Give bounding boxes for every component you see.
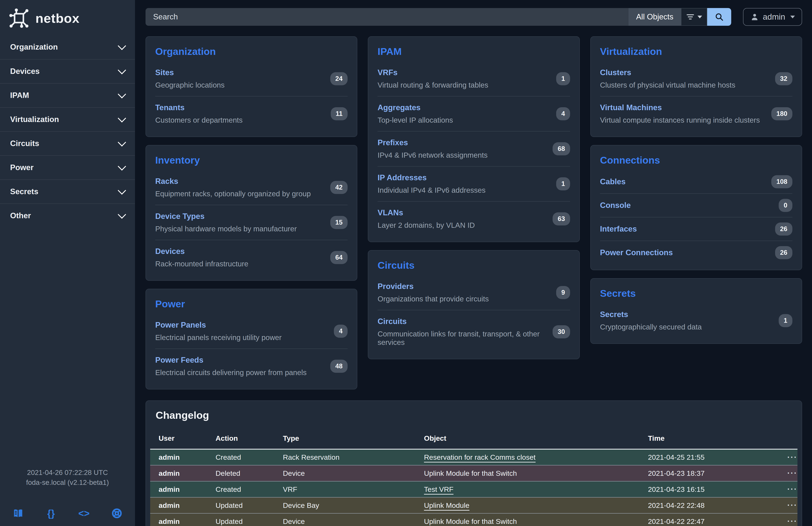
help-lifebuoy-icon[interactable] — [111, 507, 123, 520]
sidebar-footer: 2021-04-26 07:22:28 UTC foda-se.local (v… — [0, 468, 135, 526]
card-item-power-connections: Power Connections26 — [600, 241, 793, 264]
object-type-link[interactable]: Racks — [155, 177, 178, 186]
row-context-menu-button[interactable]: ··· — [787, 469, 797, 478]
sidebar-item-devices[interactable]: Devices — [0, 59, 135, 83]
object-type-link[interactable]: Power Panels — [155, 321, 206, 329]
count-badge: 63 — [553, 212, 570, 225]
card-item-clusters: ClustersClusters of physical virtual mac… — [600, 61, 793, 96]
object-type-link[interactable]: Secrets — [600, 310, 628, 319]
object-type-link[interactable]: IP Addresses — [378, 173, 426, 182]
sidebar-item-ipam[interactable]: IPAM — [0, 83, 135, 107]
sidebar-item-circuits[interactable]: Circuits — [0, 131, 135, 155]
changelog-object-link[interactable]: Test VRF — [424, 485, 453, 493]
object-type-link[interactable]: Prefixes — [378, 138, 408, 147]
object-type-link[interactable]: Console — [600, 201, 631, 210]
card-item-text: Virtual MachinesVirtual compute instance… — [600, 103, 760, 124]
row-context-menu-button[interactable]: ··· — [787, 485, 797, 494]
card-title: Organization — [155, 46, 348, 57]
changelog-body: adminCreatedRack ReservationReservation … — [150, 449, 797, 526]
row-context-menu-button[interactable]: ··· — [787, 453, 797, 461]
row-context-menu-button[interactable]: ··· — [787, 501, 797, 510]
search-icon — [714, 12, 724, 22]
changelog-object-link[interactable]: Reservation for rack Comms closet — [424, 453, 536, 461]
object-type-link[interactable]: Tenants — [155, 103, 185, 112]
sidebar-item-virtualization[interactable]: Virtualization — [0, 107, 135, 131]
chevron-down-icon — [790, 16, 795, 18]
rest-api-braces-icon[interactable]: {} — [45, 507, 57, 520]
search-input[interactable] — [146, 8, 628, 26]
card-item-providers: ProvidersOrganizations that provide circ… — [378, 275, 570, 310]
docs-book-icon[interactable] — [12, 507, 25, 520]
card-item-text: Power PanelsElectrical panels receiving … — [155, 321, 281, 342]
search-filter-button[interactable] — [681, 8, 707, 26]
changelog-header-row: UserActionTypeObjectTime — [150, 431, 797, 449]
changelog-action: Created — [207, 481, 274, 497]
card-secrets: SecretsSecretsCryptographically secured … — [590, 278, 802, 344]
object-type-link[interactable]: Interfaces — [600, 225, 637, 233]
changelog-actions-cell: ··· — [757, 481, 797, 497]
changelog-action: Updated — [207, 513, 274, 526]
search-scope-selector[interactable]: All Objects — [628, 8, 681, 26]
server-time: 2021-04-26 07:22:28 UTC — [9, 468, 127, 478]
object-type-description: Layer 2 domains, by VLAN ID — [378, 221, 475, 229]
row-context-menu-button[interactable]: ··· — [787, 517, 797, 526]
changelog-type: Device — [274, 513, 416, 526]
card-item-prefixes: PrefixesIPv4 & IPv6 network assignments6… — [378, 131, 570, 166]
object-type-link[interactable]: Aggregates — [378, 103, 421, 112]
sidebar-item-secrets[interactable]: Secrets — [0, 180, 135, 203]
count-badge: 68 — [553, 142, 570, 155]
sidebar-item-label: Other — [10, 211, 31, 220]
changelog-actions-cell: ··· — [757, 497, 797, 513]
object-type-link[interactable]: Providers — [378, 282, 414, 291]
changelog-column-header: Time — [639, 431, 757, 449]
object-type-link[interactable]: Sites — [155, 68, 174, 77]
count-badge: 0 — [779, 199, 793, 212]
card-item-text: TenantsCustomers or departments — [155, 103, 243, 124]
object-type-link[interactable]: Device Types — [155, 212, 205, 221]
object-type-link[interactable]: Devices — [155, 247, 185, 256]
source-code-icon[interactable]: <> — [77, 507, 90, 520]
changelog-column-header: Object — [416, 431, 639, 449]
sidebar-item-label: Secrets — [10, 187, 39, 196]
object-type-link[interactable]: Virtual Machines — [600, 103, 662, 112]
object-type-description: Physical hardware models by manufacturer — [155, 225, 297, 233]
count-badge: 15 — [330, 216, 348, 229]
object-type-description: Electrical panels receiving utility powe… — [155, 333, 281, 342]
card-item-text: PrefixesIPv4 & IPv6 network assignments — [378, 138, 488, 159]
user-menu-button[interactable]: admin — [743, 8, 802, 26]
object-type-link[interactable]: Circuits — [378, 317, 407, 326]
changelog-user: admin — [150, 497, 207, 513]
user-name-label: admin — [763, 12, 785, 22]
search-submit-button[interactable] — [707, 8, 731, 26]
object-type-link[interactable]: Clusters — [600, 68, 631, 77]
object-type-description: Clusters of physical virtual machine hos… — [600, 81, 736, 89]
count-badge: 11 — [331, 107, 348, 120]
dashboard-column-2: IPAMVRFsVirtual routing & forwarding tab… — [368, 36, 580, 359]
netbox-logo[interactable]: netbox — [0, 0, 135, 35]
changelog-type: Device Bay — [274, 497, 416, 513]
object-type-link[interactable]: VRFs — [378, 68, 397, 77]
object-type-description: Electrical circuits delivering power fro… — [155, 368, 307, 377]
object-type-description: Virtual routing & forwarding tables — [378, 81, 488, 89]
search-bar: All Objects — [146, 8, 731, 26]
sidebar-item-organization[interactable]: Organization — [0, 35, 135, 59]
sidebar-item-power[interactable]: Power — [0, 155, 135, 180]
object-type-link[interactable]: Power Connections — [600, 248, 673, 257]
brand-name: netbox — [35, 11, 79, 26]
sidebar-item-other[interactable]: Other — [0, 203, 135, 228]
changelog-row: adminUpdatedDevice BayUplink Module2021-… — [150, 497, 797, 513]
server-host-version: foda-se.local (v2.12-beta1) — [9, 478, 127, 487]
changelog-row: adminCreatedRack ReservationReservation … — [150, 449, 797, 465]
changelog-type: Device — [274, 465, 416, 481]
changelog-object-link[interactable]: Uplink Module — [424, 501, 469, 509]
card-item-text: ProvidersOrganizations that provide circ… — [378, 282, 489, 303]
object-type-link[interactable]: VLANs — [378, 208, 403, 217]
object-type-link[interactable]: Power Feeds — [155, 356, 203, 365]
card-item-cables: Cables108 — [600, 170, 793, 193]
card-item-tenants: TenantsCustomers or departments11 — [155, 96, 348, 131]
card-item-text: SecretsCryptographically secured data — [600, 310, 702, 331]
card-item-interfaces: Interfaces26 — [600, 217, 793, 241]
object-type-link[interactable]: Cables — [600, 177, 626, 186]
card-power: PowerPower PanelsElectrical panels recei… — [146, 289, 357, 389]
changelog-time: 2021-04-23 16:15 — [639, 481, 757, 497]
